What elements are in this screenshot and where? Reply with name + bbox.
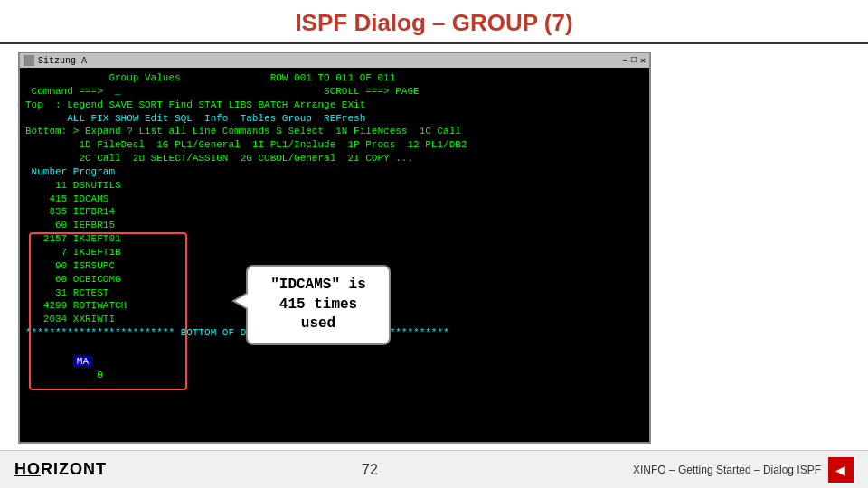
terminal-window: Sitzung A – □ ✕ Group Values ROW 001 TO … [18, 52, 651, 444]
header-line1: Group Values ROW 001 TO 011 OF 011 [25, 71, 644, 85]
table-row: 11 DSNUTILS [25, 179, 644, 192]
logo: HORIZONT [14, 460, 107, 479]
terminal-title: Sitzung A [38, 56, 87, 66]
terminal-icon [24, 55, 34, 66]
nav-area: XINFO – Getting Started – Dialog ISPF ◀ [633, 457, 854, 483]
highlight-box [29, 232, 187, 390]
page-title: ISPF Dialog – GROUP (7) [295, 9, 572, 36]
table-header: Number Program [25, 165, 644, 179]
page-number: 72 [362, 462, 378, 478]
main-content: Sitzung A – □ ✕ Group Values ROW 001 TO … [0, 44, 868, 451]
terminal-titlebar-left: Sitzung A [24, 55, 87, 66]
bottom-line2: 1D FileDecl 1G PL1/General 1I PL1/Includ… [25, 138, 644, 152]
callout-bubble: "IDCAMS" is 415 times used [246, 265, 391, 345]
bottom-line: Bottom: > Expand ? List all Line Command… [25, 125, 644, 138]
maximize-button[interactable]: □ [631, 55, 637, 66]
terminal-titlebar: Sitzung A – □ ✕ [20, 53, 649, 68]
callout-text: "IDCAMS" is 415 times used [270, 277, 366, 332]
top-line: Top : Legend SAVE SORT Find STAT LIBS BA… [25, 99, 644, 112]
table-row: 60 IEFBR15 [25, 219, 644, 232]
table-row: 835 IEFBR14 [25, 205, 644, 219]
minimize-button[interactable]: – [622, 55, 627, 66]
page-title-area: ISPF Dialog – GROUP (7) [0, 0, 868, 44]
terminal-controls: – □ ✕ [622, 55, 646, 66]
terminal-body: Group Values ROW 001 TO 011 OF 011 Comma… [20, 68, 649, 399]
logo-h: HO [14, 460, 41, 478]
table-row: 415 IDCAMS [25, 192, 644, 206]
logo-area: HORIZONT [14, 460, 107, 479]
bottom-bar: HORIZONT 72 XINFO – Getting Started – Di… [0, 450, 868, 488]
header-line2: Command ===> _ SCROLL ===> PAGE [25, 85, 644, 99]
bottom-line3: 2C Call 2D SELECT/ASSIGN 2G COBOL/Genera… [25, 152, 644, 165]
logo-rest: RIZONT [41, 460, 107, 478]
nav-prev-button[interactable]: ◀ [828, 457, 854, 483]
close-button[interactable]: ✕ [640, 55, 646, 66]
nav-text: XINFO – Getting Started – Dialog ISPF [633, 464, 821, 476]
top-line2: ALL FIX SHOW Edit SQL Info Tables Group … [25, 112, 644, 126]
